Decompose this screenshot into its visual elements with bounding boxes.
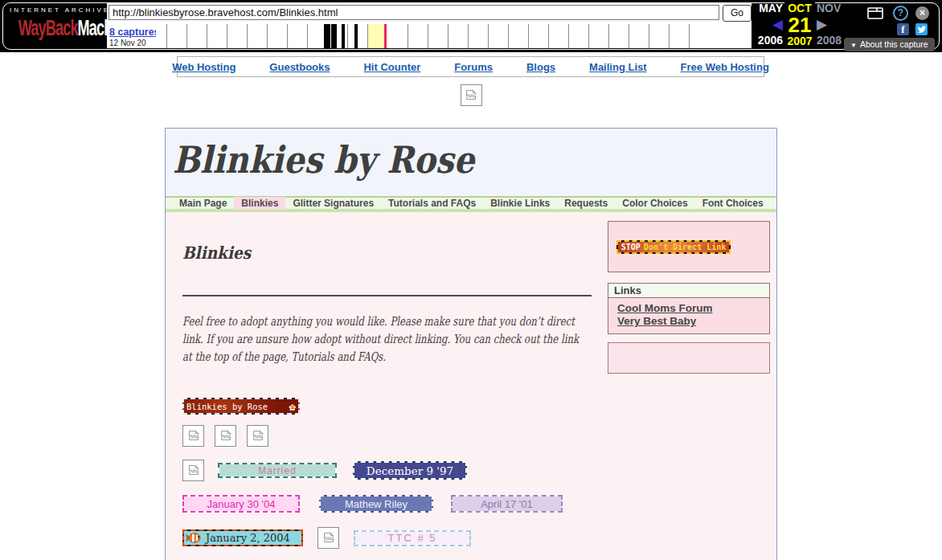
site-nav-item-color-choices[interactable]: Color Choices	[615, 197, 694, 210]
capture-date-range: 12 Nov 20	[109, 39, 158, 47]
chevron-down-icon: ▼	[850, 42, 857, 49]
sidebar-link[interactable]: Cool Moms Forum	[617, 302, 769, 315]
broken-image-icon	[317, 527, 339, 549]
sidebar-empty-box	[608, 342, 770, 374]
about-label: About this capture	[860, 39, 928, 49]
broken-image-icon	[247, 425, 268, 447]
host-link[interactable]: Guestbooks	[269, 61, 330, 73]
sidebar-stop-box: STOPDon't Direct Link	[608, 221, 770, 272]
prev-month-label[interactable]: MAY	[747, 2, 783, 15]
about-this-capture-button[interactable]: ▼About this capture	[844, 38, 935, 51]
host-link[interactable]: Hit Counter	[363, 61, 420, 73]
site-nav-item-requests[interactable]: Requests	[557, 197, 615, 210]
host-links-bar: Web HostingGuestbooksHit CounterForumsBl…	[177, 56, 764, 77]
host-link[interactable]: Free Web Hosting	[681, 61, 769, 73]
timeline-current-cursor	[384, 24, 387, 48]
host-link[interactable]: Mailing List	[589, 61, 647, 73]
host-link[interactable]: Forums	[454, 61, 493, 73]
daisy-flower-icon: ✿	[289, 401, 296, 412]
host-link[interactable]: Web Hosting	[172, 61, 236, 73]
site-nav-item-blinkies[interactable]: Blinkies	[234, 197, 285, 210]
captures-link[interactable]: 8 captures	[109, 27, 156, 38]
broken-image-icon	[461, 84, 482, 106]
help-icon[interactable]: ?	[893, 6, 908, 21]
blinkie-ttc-5: TTC # 5	[354, 530, 471, 546]
current-capture-nav: OCT 21 2007	[784, 2, 815, 48]
site-container: Blinkies by Rose Main PageBlinkiesGlitte…	[165, 128, 777, 560]
next-capture-arrow-icon[interactable]: ▶	[817, 15, 852, 34]
broken-image-icon	[182, 460, 204, 481]
captures-count: 8 captures	[109, 24, 156, 39]
site-nav-item-glitter-signatures[interactable]: Glitter Signatures	[285, 197, 381, 210]
site-header: Blinkies by Rose	[166, 129, 776, 196]
current-year-label: 2007	[784, 35, 815, 48]
clownfish-icon	[186, 532, 202, 544]
blinkie-blinkies-by-rose: Blinkies by Rose✿	[182, 398, 300, 415]
prev-capture-arrow-icon[interactable]: ◀	[747, 15, 783, 34]
sidebar: STOPDon't Direct Link Links Cool Moms Fo…	[608, 212, 770, 374]
prev-capture-nav: MAY ◀ 2006	[747, 2, 783, 47]
sidebar-link[interactable]: Very Best Baby	[617, 315, 769, 328]
timeline-capture-bar[interactable]	[331, 24, 337, 48]
prev-year-label[interactable]: 2006	[747, 34, 783, 47]
site-nav-item-blinkie-links[interactable]: Blinkie Links	[483, 197, 557, 210]
site-title: Blinkies by Rose	[166, 129, 703, 182]
capture-timeline[interactable]	[158, 24, 695, 48]
next-month-label[interactable]: NOV	[817, 2, 852, 15]
blinkie-mathew-riley: Mathew Riley	[319, 495, 433, 513]
timeline-capture-bar[interactable]	[342, 24, 345, 48]
twitter-icon[interactable]	[915, 23, 928, 35]
sidebar-links-header: Links	[608, 283, 770, 298]
broken-image-icon	[182, 425, 204, 447]
wayback-toolbar: INTERNET ARCHIVE WayBackMachine Go 8 cap…	[0, 0, 942, 52]
blinkie-january-2-2004: January 2, 2004	[182, 529, 303, 546]
close-icon[interactable]: ×	[915, 6, 929, 20]
blinkie-april-17-01: April 17 '01	[451, 495, 563, 513]
host-link[interactable]: Blogs	[526, 61, 555, 73]
toolbar-panel: Go 8 captures 12 Nov 20	[107, 3, 752, 48]
main-column: Blinkies Feel free to adopt anything you…	[182, 212, 592, 549]
blinkie-row: January 30 '04 Mathew Riley April 17 '01	[182, 495, 592, 513]
blinkie-row: January 2, 2004 TTC # 5	[182, 527, 592, 549]
wayback-machine-logo: WayBackMachine	[18, 15, 97, 42]
broken-images-row	[182, 425, 592, 447]
blinkie-row: Blinkies by Rose✿	[182, 398, 592, 415]
blinkie-row: Married December 9 '97	[182, 460, 592, 481]
site-nav-item-main-page[interactable]: Main Page	[172, 197, 234, 210]
site-nav-item-font-choices[interactable]: Font Choices	[695, 197, 771, 210]
sidebar-links-list: Cool Moms ForumVery Best Baby	[608, 298, 770, 334]
window-icon[interactable]	[867, 7, 883, 22]
site-nav-bar: Main PageBlinkiesGlitter SignaturesTutor…	[166, 196, 776, 212]
blinkie-january-30-04: January 30 '04	[182, 495, 300, 513]
page-heading: Blinkies	[182, 243, 543, 263]
site-body: Blinkies Feel free to adopt anything you…	[166, 212, 776, 549]
wayback-logo[interactable]: INTERNET ARCHIVE WayBackMachine	[10, 6, 106, 36]
internet-archive-label: INTERNET ARCHIVE	[10, 6, 106, 14]
blinkie-married: Married	[218, 463, 337, 478]
intro-paragraph: Feel free to adopt anything you would li…	[182, 313, 590, 366]
timeline-capture-bar[interactable]	[354, 24, 358, 48]
broken-image-icon	[215, 425, 236, 447]
blinkie-stop-dont-direct-link: STOPDon't Direct Link	[616, 240, 731, 254]
url-input[interactable]	[109, 5, 719, 20]
timeline-capture-bar[interactable]	[324, 24, 330, 48]
blinkie-december-9-97: December 9 '97	[353, 461, 467, 480]
site-nav-item-tutorials-and-faqs[interactable]: Tutorials and FAQs	[381, 197, 483, 210]
current-day-label: 21	[784, 15, 815, 35]
facebook-icon[interactable]: f	[897, 23, 909, 35]
divider	[182, 295, 592, 296]
